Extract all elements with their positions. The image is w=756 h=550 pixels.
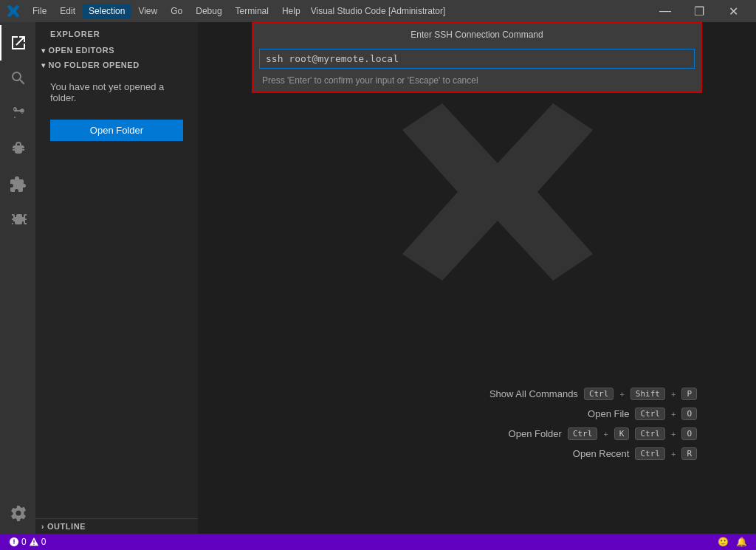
ssh-command-input[interactable] [259, 49, 695, 69]
notifications-button[interactable]: 🔔 [733, 537, 750, 547]
chevron-right-icon: › [41, 523, 44, 531]
kbd-ctrl-5: Ctrl [635, 447, 665, 460]
shortcut-open-recent: Open Recent Ctrl + R [489, 447, 697, 460]
open-recent-label: Open Recent [573, 448, 630, 459]
no-folder-label: NO FOLDER OPENED [49, 61, 140, 69]
open-folder-label: Open Folder [509, 428, 562, 439]
menu-view[interactable]: View [132, 4, 163, 18]
sidebar: Explorer ▾ OPEN EDITORS ▾ NO FOLDER OPEN… [35, 22, 198, 534]
open-editors-label: OPEN EDITORS [49, 46, 115, 55]
plus-6: + [671, 450, 676, 458]
activity-settings[interactable] [0, 498, 35, 534]
menu-go[interactable]: Go [165, 4, 188, 18]
welcome-area: Show All Commands Ctrl + Shift + P Open … [198, 22, 756, 534]
outline-label: OUTLINE [47, 522, 86, 531]
feedback-icon: 🙂 [718, 537, 729, 547]
activity-debug[interactable] [0, 131, 35, 167]
window-controls: — ❐ ✕ [648, 0, 750, 22]
title-bar: File Edit Selection View Go Debug Termin… [0, 0, 756, 22]
kbd-shift: Shift [630, 388, 665, 400]
minimize-button[interactable]: — [648, 0, 682, 22]
plus-5: + [671, 430, 676, 439]
status-errors[interactable]: 0 0 [6, 537, 49, 547]
error-icon [9, 537, 19, 547]
error-count: 0 [21, 537, 27, 547]
sidebar-title: Explorer [35, 22, 198, 43]
menu-terminal[interactable]: Terminal [230, 4, 275, 18]
no-folder-text: You have not yet opened a folder. [50, 81, 183, 103]
kbd-o-2: O [681, 427, 697, 440]
close-button[interactable]: ✕ [716, 0, 750, 22]
status-bar-right: 🙂 🔔 [715, 537, 750, 547]
warning-count: 0 [41, 537, 47, 547]
warning-icon [29, 537, 39, 547]
plus-1: + [619, 390, 624, 399]
sidebar-open-editors[interactable]: ▾ OPEN EDITORS [35, 43, 198, 58]
plus-2: + [671, 390, 676, 399]
status-bar: 0 0 🙂 🔔 [0, 534, 756, 550]
activity-explorer[interactable] [0, 25, 35, 61]
kbd-o: O [681, 408, 697, 420]
main-layout: Explorer ▾ OPEN EDITORS ▾ NO FOLDER OPEN… [0, 22, 756, 534]
ssh-dialog-title: Enter SSH Connection Command [253, 24, 701, 46]
chevron-down-icon-2: ▾ [41, 61, 46, 69]
shortcut-open-file: Open File Ctrl + O [489, 408, 697, 420]
show-all-commands-label: Show All Commands [489, 388, 578, 399]
plus-3: + [671, 410, 676, 419]
maximize-button[interactable]: ❐ [682, 0, 716, 22]
sidebar-outline[interactable]: › OUTLINE [35, 518, 198, 534]
menu-debug[interactable]: Debug [190, 4, 227, 18]
activity-bar [0, 22, 35, 534]
plus-4: + [603, 430, 608, 439]
ssh-dialog: Enter SSH Connection Command Press 'Ente… [252, 22, 702, 93]
ssh-hint-text: Press 'Enter' to confirm your input or '… [253, 72, 701, 92]
content-area: Enter SSH Connection Command Press 'Ente… [198, 22, 756, 534]
shortcut-open-folder: Open Folder Ctrl + K Ctrl + O [489, 427, 697, 440]
shortcut-show-all-commands: Show All Commands Ctrl + Shift + P [489, 388, 697, 400]
kbd-ctrl-4: Ctrl [635, 427, 665, 440]
chevron-down-icon: ▾ [41, 47, 46, 55]
bell-icon: 🔔 [736, 537, 747, 547]
kbd-ctrl-3: Ctrl [568, 427, 598, 440]
activity-search[interactable] [0, 61, 35, 96]
open-folder-button[interactable]: Open Folder [50, 120, 183, 141]
no-folder-area: You have not yet opened a folder. Open F… [35, 72, 198, 150]
kbd-ctrl-1: Ctrl [584, 388, 614, 400]
vscode-logo-icon [6, 4, 21, 18]
activity-remote[interactable] [0, 202, 35, 238]
ssh-input-row [253, 46, 701, 72]
menu-selection[interactable]: Selection [83, 4, 131, 18]
activity-extensions[interactable] [0, 167, 35, 202]
app-title: Visual Studio Code [Administrator] [311, 6, 446, 16]
menu-edit[interactable]: Edit [54, 4, 81, 18]
menu-help[interactable]: Help [276, 4, 306, 18]
feedback-button[interactable]: 🙂 [715, 537, 732, 547]
menu-file[interactable]: File [27, 4, 52, 18]
kbd-r: R [681, 447, 697, 460]
shortcuts-panel: Show All Commands Ctrl + Shift + P Open … [489, 388, 697, 460]
vscode-background-logo [387, 81, 608, 305]
kbd-p: P [681, 388, 697, 400]
sidebar-bottom: › OUTLINE [35, 518, 198, 534]
kbd-ctrl-2: Ctrl [635, 408, 665, 420]
sidebar-no-folder[interactable]: ▾ NO FOLDER OPENED [35, 58, 198, 72]
title-bar-left: File Edit Selection View Go Debug Termin… [6, 4, 306, 18]
kbd-k: K [614, 427, 630, 440]
open-file-label: Open File [588, 408, 629, 419]
activity-source-control[interactable] [0, 96, 35, 131]
